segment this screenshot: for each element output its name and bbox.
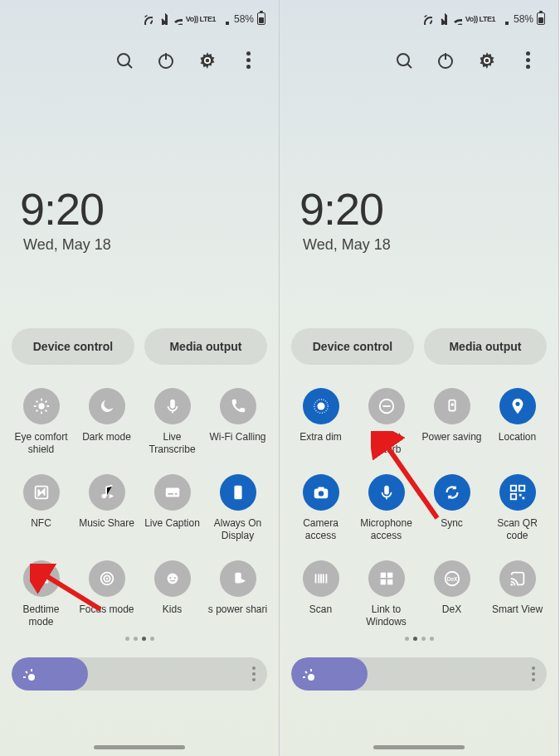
windows-icon[interactable] (368, 560, 405, 597)
quick-tile[interactable]: Microphone access (353, 474, 419, 542)
wifi-icon (450, 13, 462, 25)
cast-icon[interactable] (499, 560, 536, 597)
brightness-sun-icon (22, 667, 35, 681)
power-icon[interactable] (436, 51, 454, 69)
tile-label: Dark mode (76, 431, 138, 456)
dnd-icon[interactable] (368, 388, 405, 424)
mic-icon[interactable] (368, 474, 405, 511)
tile-label: Wi-Fi Calling (207, 431, 269, 456)
nfc-icon[interactable] (23, 474, 60, 511)
quick-tile[interactable]: Camera access (288, 474, 353, 542)
brightness-more-icon[interactable] (532, 666, 535, 681)
quick-tile[interactable]: Sync (419, 474, 485, 542)
brightness-more-icon[interactable] (252, 666, 256, 681)
power-share-icon[interactable] (220, 560, 256, 597)
tile-label: Smart View (487, 603, 548, 628)
quick-tile[interactable]: NFC (8, 474, 74, 542)
tile-label: Music Share (76, 517, 138, 542)
battery-text: 58% (234, 13, 254, 25)
mic-text-icon[interactable] (154, 388, 191, 424)
gesture-bar[interactable] (373, 745, 465, 749)
quick-tile[interactable]: Smart View (485, 560, 550, 628)
quick-tile[interactable]: Link to Windows (353, 560, 419, 628)
quick-tile[interactable]: Live Transcribe (139, 388, 205, 456)
quick-tiles-grid: Eye comfort shieldDark modeLive Transcri… (0, 365, 279, 628)
tile-label: Location (487, 431, 548, 456)
brightness-slider[interactable] (12, 657, 267, 691)
quick-tile[interactable]: Kids (139, 560, 205, 628)
tile-label: Sync (421, 517, 483, 542)
device-control-button[interactable]: Device control (12, 328, 134, 365)
quick-tile[interactable]: Live Caption (139, 474, 205, 542)
tile-label: DeX (421, 603, 483, 628)
quick-tile[interactable]: Always On Display (205, 474, 270, 542)
dex-icon[interactable] (434, 560, 470, 597)
sun-icon[interactable] (23, 388, 60, 424)
gesture-bar[interactable] (94, 745, 185, 749)
quick-tile[interactable]: Do not disturb (353, 388, 419, 456)
leaf-icon[interactable] (434, 388, 470, 424)
tile-label: Scan QR code (487, 517, 548, 542)
camera-icon[interactable] (303, 474, 339, 511)
sync-icon[interactable] (434, 474, 470, 511)
bed-icon[interactable] (23, 560, 60, 597)
search-icon[interactable] (394, 51, 412, 69)
settings-gear-icon[interactable] (197, 51, 216, 69)
dim-icon[interactable] (303, 388, 339, 424)
bluetooth-icon (156, 13, 168, 25)
quick-tile[interactable]: Location (485, 388, 550, 456)
alarm-icon (141, 13, 153, 25)
quick-tile[interactable]: s power shari (205, 560, 270, 628)
aod-icon[interactable] (220, 474, 256, 511)
qr-icon[interactable] (499, 474, 536, 511)
phone-wifi-icon[interactable] (220, 388, 256, 424)
tile-label: Extra dim (290, 431, 352, 456)
status-bar: Vo)) LTE1 58% (280, 0, 558, 37)
page-indicator (280, 628, 558, 649)
power-icon[interactable] (156, 51, 174, 69)
media-output-button[interactable]: Media output (144, 328, 267, 365)
location-icon[interactable] (499, 388, 536, 424)
quick-tile[interactable]: DeX (419, 560, 485, 628)
device-control-button[interactable]: Device control (291, 328, 414, 365)
network-label: Vo)) LTE1 (465, 15, 495, 23)
quick-tile[interactable]: Music Share (74, 474, 139, 542)
tile-label: Live Transcribe (142, 431, 203, 456)
brightness-slider[interactable] (291, 657, 547, 691)
time-text: 9:20 (299, 183, 538, 235)
quick-tile[interactable]: Eye comfort shield (8, 388, 74, 456)
caption-icon[interactable] (154, 474, 191, 511)
battery-icon (537, 12, 545, 25)
barcode-icon[interactable] (303, 560, 339, 597)
tile-label: Live Caption (142, 517, 203, 542)
tile-label: s power shari (207, 603, 269, 628)
music-share-icon[interactable] (89, 474, 125, 511)
quick-tile[interactable]: Scan QR code (485, 474, 550, 542)
quick-tile[interactable]: Scan (288, 560, 353, 628)
kids-icon[interactable] (154, 560, 191, 597)
quick-tile[interactable]: Bedtime mode (8, 560, 74, 628)
more-icon[interactable] (519, 51, 537, 69)
tile-label: Kids (142, 603, 203, 628)
tile-label: NFC (11, 517, 72, 542)
search-icon[interactable] (114, 51, 133, 69)
clock: 9:20 Wed, May 18 (0, 75, 279, 254)
wifi-icon (171, 13, 183, 25)
tile-label: Camera access (290, 517, 352, 542)
tile-label: Power saving (421, 431, 483, 456)
settings-gear-icon[interactable] (477, 51, 495, 69)
bluetooth-icon (436, 13, 447, 25)
phone-left: Vo)) LTE1 58% 9:20 Wed, May 18 Device co… (0, 0, 280, 756)
quick-tile[interactable]: Extra dim (288, 388, 353, 456)
more-icon[interactable] (239, 51, 257, 69)
quick-tile[interactable]: Dark mode (74, 388, 139, 456)
tile-label: Focus mode (76, 603, 138, 628)
moon-icon[interactable] (89, 388, 125, 424)
target-icon[interactable] (89, 560, 125, 597)
brightness-sun-icon (301, 667, 314, 681)
tile-label: Do not disturb (356, 431, 417, 456)
quick-tile[interactable]: Wi-Fi Calling (205, 388, 270, 456)
media-output-button[interactable]: Media output (424, 328, 547, 365)
quick-tile[interactable]: Focus mode (74, 560, 139, 628)
quick-tile[interactable]: Power saving (419, 388, 485, 456)
